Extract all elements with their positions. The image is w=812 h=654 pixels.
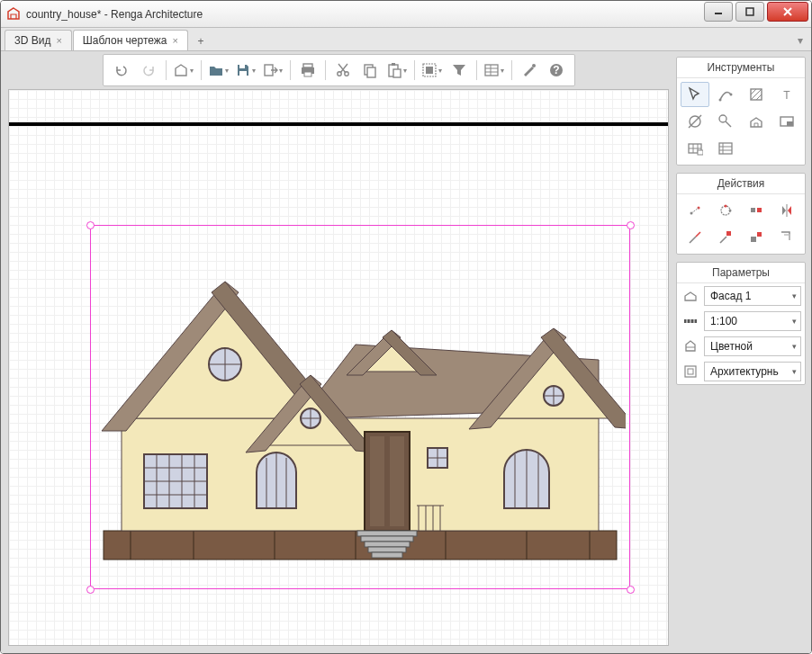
new-project-icon[interactable]: ▾ [171, 58, 196, 83]
svg-rect-114 [757, 208, 762, 212]
tools-panel: Инструменты T [676, 57, 806, 166]
svg-text:T: T [783, 89, 790, 102]
mirror-action-icon[interactable] [772, 198, 801, 223]
dimension-tool-icon[interactable] [681, 109, 709, 134]
main-toolbar-row: ▾ ▾ ▾ ▾ ▾ ▾ ▾ ? [1, 51, 676, 89]
window-buttons [704, 1, 811, 27]
house-drawing [95, 238, 626, 571]
svg-point-96 [719, 115, 726, 122]
extend-action-icon[interactable] [711, 225, 740, 250]
paste-icon[interactable]: ▾ [384, 58, 410, 83]
detail-select[interactable]: Архитектурнь [704, 362, 801, 381]
svg-rect-81 [372, 552, 402, 558]
svg-rect-13 [367, 67, 375, 77]
svg-rect-103 [698, 150, 703, 155]
svg-line-90 [751, 89, 756, 94]
maximize-button[interactable] [735, 2, 764, 22]
copy-action-icon[interactable] [742, 198, 771, 223]
tab-bar: 3D Вид × Шаблон чертежа × + ▾ [1, 28, 811, 51]
section-tool-icon[interactable] [742, 109, 771, 134]
svg-point-111 [725, 205, 727, 208]
select-all-icon[interactable]: ▾ [420, 58, 445, 83]
parameters-panel: Параметры Фасад 1 1:100 Цветной Архитект… [676, 262, 806, 385]
selection-handle-se[interactable] [627, 586, 635, 594]
settings-icon[interactable] [517, 58, 542, 83]
title-block-tool-icon[interactable] [772, 109, 801, 134]
svg-rect-1 [746, 8, 753, 15]
text-tool-icon[interactable]: T [772, 82, 801, 107]
close-button[interactable] [767, 2, 808, 22]
svg-rect-98 [787, 121, 793, 126]
svg-rect-18 [426, 67, 433, 74]
open-icon[interactable]: ▾ [206, 58, 231, 83]
new-tab-button[interactable]: + [191, 32, 211, 50]
panel-title: Инструменты [677, 58, 805, 78]
filter-icon[interactable] [447, 58, 472, 83]
canvas-area: ▾ ▾ ▾ ▾ ▾ ▾ ▾ ? [1, 51, 676, 653]
trim-action-icon[interactable] [681, 225, 709, 250]
titlebar: country_house* - Renga Architecture [1, 1, 811, 28]
right-panels: Инструменты T Действия [676, 51, 811, 653]
work-area: ▾ ▾ ▾ ▾ ▾ ▾ ▾ ? [1, 51, 811, 653]
svg-rect-124 [685, 366, 696, 377]
undo-icon[interactable] [109, 58, 134, 83]
window-title: country_house* - Renga Architecture [26, 8, 704, 21]
detail-icon [681, 362, 700, 381]
copy-icon[interactable] [357, 58, 383, 83]
move-action-icon[interactable] [681, 198, 709, 223]
minimize-button[interactable] [704, 2, 733, 22]
axis-tool-icon[interactable] [711, 109, 740, 134]
cut-icon[interactable] [330, 58, 356, 83]
svg-point-88 [730, 94, 733, 96]
help-icon[interactable]: ? [544, 58, 569, 83]
sheet-edge [9, 122, 668, 126]
svg-rect-15 [392, 63, 395, 66]
hatch-tool-icon[interactable] [742, 82, 771, 107]
offset-action-icon[interactable] [772, 225, 801, 250]
pointer-tool-icon[interactable] [681, 82, 709, 107]
svg-line-91 [751, 89, 762, 100]
actions-panel: Действия [676, 173, 806, 255]
selection-handle-nw[interactable] [86, 221, 95, 229]
svg-rect-118 [757, 232, 762, 237]
close-icon[interactable]: × [173, 35, 178, 46]
style-icon [681, 336, 700, 356]
view-icon [681, 286, 700, 306]
save-icon[interactable]: ▾ [233, 58, 258, 83]
style-select[interactable]: Цветной [704, 336, 801, 356]
close-icon[interactable]: × [56, 35, 61, 46]
schedule-tool-icon[interactable] [711, 136, 740, 161]
tab-menu-icon[interactable]: ▾ [793, 30, 807, 50]
print-icon[interactable] [295, 58, 320, 83]
scale-action-icon[interactable] [742, 225, 771, 250]
svg-point-23 [532, 64, 536, 67]
line-tool-icon[interactable] [711, 82, 740, 107]
tab-drawing-template[interactable]: Шаблон чертежа × [73, 30, 188, 50]
app-icon [6, 7, 21, 22]
view-select[interactable]: Фасад 1 [704, 286, 801, 306]
svg-rect-16 [393, 69, 401, 77]
properties-icon[interactable]: ▾ [482, 58, 507, 83]
scale-select[interactable]: 1:100 [704, 311, 801, 331]
svg-rect-125 [688, 369, 693, 374]
drawing-canvas[interactable] [8, 89, 669, 646]
export-icon[interactable]: ▾ [260, 58, 285, 83]
table-tool-icon[interactable] [681, 136, 709, 161]
select-value: Фасад 1 [710, 290, 751, 302]
svg-rect-79 [365, 542, 410, 547]
svg-rect-116 [726, 231, 731, 236]
scale-icon [681, 311, 700, 331]
selection-handle-ne[interactable] [627, 221, 635, 229]
select-value: Архитектурнь [710, 365, 779, 378]
main-toolbar: ▾ ▾ ▾ ▾ ▾ ▾ ▾ ? [103, 54, 575, 86]
rotate-action-icon[interactable] [711, 198, 740, 223]
svg-rect-104 [719, 143, 732, 154]
svg-rect-113 [751, 208, 755, 212]
select-value: 1:100 [710, 315, 737, 327]
svg-rect-5 [239, 71, 247, 76]
tab-label: Шаблон чертежа [83, 34, 167, 47]
tab-3d-view[interactable]: 3D Вид × [5, 30, 72, 50]
panel-title: Действия [677, 174, 805, 194]
redo-icon[interactable] [136, 58, 161, 83]
selection-handle-sw[interactable] [86, 586, 95, 594]
